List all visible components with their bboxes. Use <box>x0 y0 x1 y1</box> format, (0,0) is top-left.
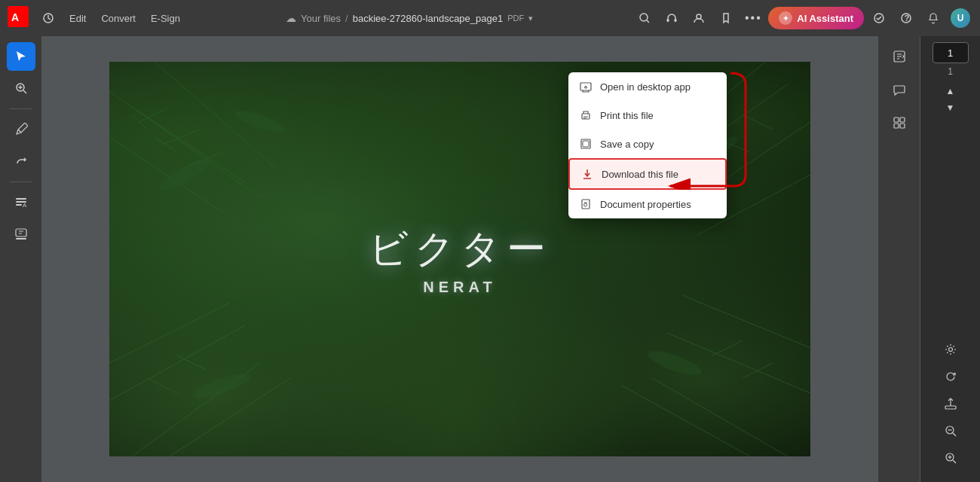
svg-point-68 <box>584 203 587 206</box>
export-panel-btn[interactable] <box>885 42 914 71</box>
refresh-btn[interactable] <box>936 365 965 389</box>
display-settings-btn[interactable] <box>936 337 965 362</box>
page-panel: 1 ▲ ▼ <box>920 36 980 482</box>
svg-line-25 <box>132 107 260 197</box>
dropdown-menu: Open in desktop app Print this file <box>568 72 727 218</box>
comment-panel-btn[interactable] <box>885 75 914 104</box>
search-icon-btn[interactable] <box>632 6 657 30</box>
content-area: ビクター NERAT Open in desktop app <box>42 36 877 482</box>
right-sidebar <box>877 36 920 482</box>
page-up-btn[interactable]: ▲ <box>940 83 961 99</box>
nav-right-tools: ••• ✦ AI Assistant ? U <box>632 6 972 30</box>
share-btn[interactable] <box>936 392 965 416</box>
left-divider-2 <box>10 182 32 182</box>
svg-line-31 <box>132 114 147 130</box>
page-down-btn[interactable]: ▼ <box>940 99 961 116</box>
svg-rect-6 <box>675 19 677 22</box>
svg-rect-76 <box>894 124 899 128</box>
svg-line-4 <box>647 20 649 23</box>
svg-line-82 <box>953 433 956 436</box>
cloud-icon: ☁ <box>286 12 296 24</box>
svg-point-3 <box>640 14 648 21</box>
text-tool[interactable]: A <box>7 188 35 217</box>
breadcrumb-cloud-label[interactable]: Your files <box>301 13 341 24</box>
page-number-input[interactable] <box>933 42 969 63</box>
svg-point-7 <box>697 14 701 19</box>
save-copy-label: Save a copy <box>600 139 654 150</box>
zoom-tool[interactable] <box>7 74 35 102</box>
svg-line-39 <box>109 303 230 363</box>
print-label: Print this file <box>600 110 654 121</box>
save-copy-icon <box>579 137 593 151</box>
avatar-btn[interactable]: U <box>948 6 972 30</box>
checkmark-icon-btn[interactable] <box>867 6 891 30</box>
svg-line-50 <box>712 340 743 355</box>
svg-line-49 <box>743 363 773 378</box>
top-nav: A Edit Convert E-Sign ☁ Your files / bac… <box>0 0 980 36</box>
left-divider-1 <box>10 108 32 109</box>
svg-rect-20 <box>16 229 26 236</box>
svg-rect-66 <box>582 200 590 209</box>
edit-menu[interactable]: Edit <box>63 10 92 27</box>
ai-icon: ✦ <box>779 11 792 25</box>
svg-rect-75 <box>900 117 905 122</box>
svg-rect-21 <box>16 238 26 239</box>
zoom-in-btn[interactable] <box>936 446 965 470</box>
svg-text:?: ? <box>905 14 910 23</box>
open-desktop-icon <box>579 80 593 93</box>
pdf-text-container: ビクター NERAT <box>369 223 552 296</box>
select-tool[interactable] <box>7 42 35 71</box>
history-icon-btn[interactable] <box>36 6 60 30</box>
doc-properties-label: Document properties <box>600 199 691 210</box>
svg-text:A: A <box>11 11 19 23</box>
breadcrumb-chevron-icon: ▾ <box>528 14 533 23</box>
notifications-icon-btn[interactable] <box>921 6 945 30</box>
pdf-type-badge: PDF <box>507 14 524 23</box>
headset-icon-btn[interactable] <box>660 6 684 30</box>
open-desktop-item[interactable]: Open in desktop app <box>568 72 727 101</box>
breadcrumb-filename: backiee-272860-landscape_page1 <box>353 13 504 24</box>
total-pages-label: 1 <box>948 66 953 77</box>
download-icon <box>580 167 594 181</box>
svg-line-37 <box>743 114 773 130</box>
svg-line-24 <box>109 137 222 212</box>
svg-line-28 <box>139 107 170 122</box>
pdf-brand-text: NERAT <box>423 279 496 296</box>
doc-properties-item[interactable]: Document properties <box>568 190 727 218</box>
more-options-btn[interactable]: ••• <box>741 6 765 30</box>
svg-line-45 <box>682 295 810 348</box>
svg-rect-16 <box>16 198 26 200</box>
main-layout: A <box>0 36 980 482</box>
svg-rect-18 <box>16 204 22 206</box>
bookmark-icon-btn[interactable] <box>714 6 738 30</box>
svg-rect-5 <box>667 19 669 22</box>
svg-rect-79 <box>945 406 956 409</box>
account-icon-btn[interactable] <box>687 6 711 30</box>
print-item[interactable]: Print this file <box>568 101 727 130</box>
download-item[interactable]: Download this file <box>568 158 727 190</box>
redo-tool[interactable] <box>7 147 35 175</box>
page-bottom-tools <box>936 337 965 476</box>
svg-text:A: A <box>23 202 27 209</box>
esign-menu[interactable]: E-Sign <box>145 10 186 27</box>
pdf-japanese-text: ビクター <box>369 223 552 276</box>
left-sidebar: A <box>0 36 42 482</box>
svg-rect-63 <box>583 141 589 147</box>
breadcrumb-separator: / <box>345 13 348 24</box>
svg-line-43 <box>147 378 177 393</box>
convert-menu[interactable]: Convert <box>95 10 142 27</box>
svg-line-44 <box>177 355 207 371</box>
zoom-out-btn[interactable] <box>936 419 965 443</box>
pen-tool[interactable] <box>7 115 35 144</box>
grid-panel-btn[interactable] <box>885 108 914 137</box>
svg-line-85 <box>953 460 956 463</box>
save-copy-item[interactable]: Save a copy <box>568 130 727 158</box>
svg-point-56 <box>645 346 704 380</box>
print-icon <box>579 108 593 122</box>
svg-point-52 <box>233 107 287 138</box>
ai-assistant-button[interactable]: ✦ AI Assistant <box>768 7 864 29</box>
svg-point-51 <box>155 153 214 196</box>
stamp-tool[interactable] <box>7 220 35 249</box>
svg-line-47 <box>652 378 788 456</box>
help-icon-btn[interactable]: ? <box>894 6 918 30</box>
